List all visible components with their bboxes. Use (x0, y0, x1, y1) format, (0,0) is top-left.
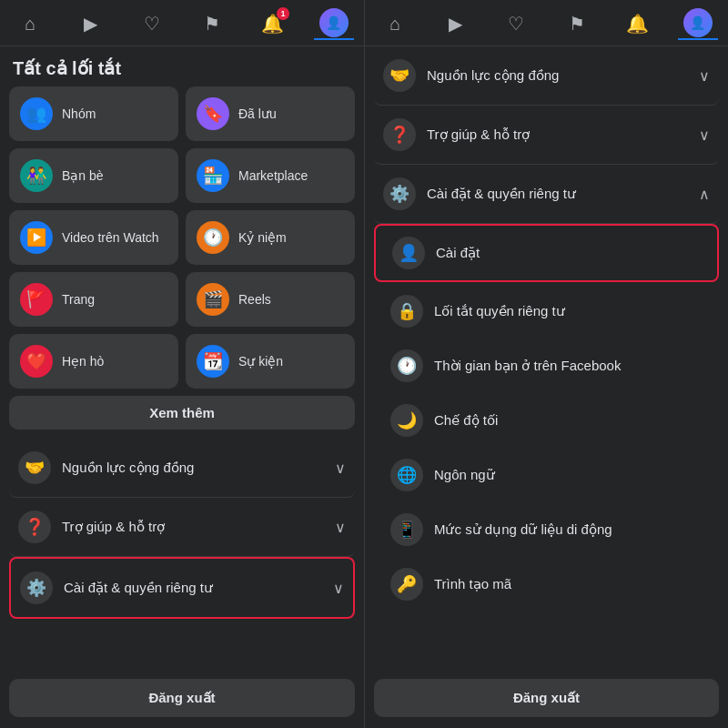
kyniem-icon: 🕐 (197, 221, 229, 254)
left-panel: ⌂ ▶ ♡ ⚑ 🔔 1 👤 Tất cả lối tắt 👥 Nhóm 🔖 Đã… (0, 0, 364, 728)
daluu-label: Đã lưu (238, 106, 277, 121)
hendo-label: Hẹn hò (62, 354, 104, 369)
shortcut-trang[interactable]: 🚩 Trang (9, 272, 178, 327)
right-menu-trogiup[interactable]: ❓ Trợ giúp & hỗ trợ ∨ (374, 106, 719, 165)
right-menu-nguonluc[interactable]: 🤝 Nguồn lực cộng đồng ∨ (374, 46, 719, 106)
menu-caidat[interactable]: ⚙️ Cài đặt & quyền riêng tư ∨ (9, 557, 355, 619)
right-trogiup-chevron: ∨ (699, 126, 710, 144)
shortcut-kyniem[interactable]: 🕐 Kỷ niệm (186, 210, 355, 265)
marketplace-label: Marketplace (238, 168, 308, 183)
nav-profile-left[interactable]: 👤 (314, 7, 354, 40)
right-menu-list: 🤝 Nguồn lực cộng đồng ∨ ❓ Trợ giúp & hỗ … (365, 46, 728, 672)
nav-home-left[interactable]: ⌂ (10, 7, 50, 40)
nav-home-right[interactable]: ⌂ (375, 7, 415, 40)
reels-label: Reels (238, 292, 271, 307)
nguonluc-icon: 🤝 (18, 451, 51, 484)
trogiup-icon: ❓ (18, 511, 51, 543)
shortcut-sukien[interactable]: 📆 Sự kiện (186, 334, 355, 389)
nav-flag-right[interactable]: ⚑ (557, 7, 597, 40)
sukien-label: Sự kiện (238, 354, 283, 369)
reels-icon: 🎬 (197, 283, 229, 316)
right-nguonluc-icon: 🤝 (383, 59, 416, 92)
right-trogiup-icon: ❓ (383, 118, 416, 151)
watch-icon: ▶️ (20, 221, 53, 254)
sub-mucsudung-text: Mức sử dụng dữ liệu di động (434, 521, 612, 538)
sub-caidat-icon: 👤 (392, 237, 425, 269)
caidat-icon: ⚙️ (20, 571, 53, 604)
sub-ngonngu[interactable]: 🌐 Ngôn ngữ (374, 448, 719, 502)
section-title-left: Tất cả lối tắt (0, 46, 364, 86)
nhom-label: Nhóm (62, 106, 96, 121)
nav-bell-right[interactable]: 🔔 (617, 7, 657, 40)
caidat-chevron: ∨ (333, 580, 344, 597)
nav-profile-right[interactable]: 👤 (678, 7, 718, 40)
notification-badge-left: 1 (277, 7, 289, 20)
menu-nguonluc[interactable]: 🤝 Nguồn lực cộng đồng ∨ (9, 439, 355, 498)
sub-ngonngu-text: Ngôn ngữ (434, 467, 495, 483)
marketplace-icon: 🏪 (197, 159, 229, 192)
sub-mucsudung[interactable]: 📱 Mức sử dụng dữ liệu di động (374, 502, 719, 557)
shortcuts-grid: 👥 Nhóm 🔖 Đã lưu 👫 Bạn bè 🏪 Marketplace ▶… (0, 86, 364, 396)
shortcut-banbe[interactable]: 👫 Bạn bè (9, 148, 178, 203)
avatar-right: 👤 (683, 8, 713, 37)
trang-label: Trang (62, 292, 95, 307)
right-nguonluc-chevron: ∨ (699, 67, 710, 85)
sub-thoigian-icon: 🕐 (390, 349, 423, 382)
watch-label: Video trên Watch (62, 230, 159, 245)
shortcut-reels[interactable]: 🎬 Reels (186, 272, 355, 327)
left-top-nav: ⌂ ▶ ♡ ⚑ 🔔 1 👤 (0, 0, 364, 46)
trogiup-chevron: ∨ (335, 519, 346, 536)
shortcut-marketplace[interactable]: 🏪 Marketplace (186, 148, 355, 203)
nav-flag-left[interactable]: ⚑ (192, 7, 232, 40)
right-caidat-text: Cài đặt & quyền riêng tư (427, 186, 576, 202)
right-caidat-icon: ⚙️ (383, 177, 416, 210)
sukien-icon: 📆 (197, 345, 229, 378)
sub-caidat-text: Cài đặt (436, 245, 480, 261)
right-trogiup-text: Trợ giúp & hỗ trợ (427, 126, 530, 143)
nav-bell-left[interactable]: 🔔 1 (253, 7, 293, 40)
sub-chedoba-text: Chế độ tối (434, 412, 498, 429)
sub-trinhtao-text: Trình tạo mã (434, 576, 511, 592)
see-more-button[interactable]: Xem thêm (9, 396, 355, 430)
hendo-icon: ❤️ (20, 345, 53, 378)
shortcut-hendo[interactable]: ❤️ Hẹn hò (9, 334, 178, 389)
banbe-label: Bạn bè (62, 168, 104, 183)
nav-watch-right[interactable]: ▶ (436, 7, 476, 40)
shortcut-daluu[interactable]: 🔖 Đã lưu (186, 86, 355, 141)
menu-trogiup[interactable]: ❓ Trợ giúp & hỗ trợ ∨ (9, 498, 355, 557)
left-logout-button[interactable]: Đăng xuất (9, 679, 355, 717)
trogiup-text: Trợ giúp & hỗ trợ (62, 519, 165, 535)
sub-ngonngu-icon: 🌐 (390, 459, 423, 491)
daluu-icon: 🔖 (197, 97, 229, 130)
nav-heart-left[interactable]: ♡ (132, 7, 172, 40)
shortcut-watch[interactable]: ▶️ Video trên Watch (9, 210, 178, 265)
nhom-icon: 👥 (20, 97, 53, 130)
nav-watch-left[interactable]: ▶ (71, 7, 111, 40)
sub-caidat[interactable]: 👤 Cài đặt (374, 224, 719, 282)
nguonluc-chevron: ∨ (335, 460, 346, 477)
right-caidat-chevron: ∧ (699, 186, 710, 203)
sub-loitat-icon: 🔒 (390, 295, 423, 328)
sub-loitat[interactable]: 🔒 Lối tắt quyền riêng tư (374, 284, 719, 339)
right-panel: ⌂ ▶ ♡ ⚑ 🔔 👤 🤝 Nguồn lực cộng đồng ∨ ❓ Tr… (364, 0, 728, 728)
right-logout-button[interactable]: Đăng xuất (374, 679, 719, 717)
right-menu-caidat[interactable]: ⚙️ Cài đặt & quyền riêng tư ∧ (374, 165, 719, 224)
right-nguonluc-text: Nguồn lực cộng đồng (427, 67, 559, 84)
right-top-nav: ⌂ ▶ ♡ ⚑ 🔔 👤 (365, 0, 728, 46)
kyniem-label: Kỷ niệm (238, 230, 287, 245)
shortcut-nhom[interactable]: 👥 Nhóm (9, 86, 178, 141)
sub-chedoba[interactable]: 🌙 Chế độ tối (374, 393, 719, 448)
nguonluc-text: Nguồn lực cộng đồng (62, 460, 194, 476)
sub-thoigian-text: Thời gian bạn ở trên Facebook (434, 358, 621, 374)
nav-heart-right[interactable]: ♡ (496, 7, 536, 40)
sub-trinhtao-icon: 🔑 (390, 568, 423, 601)
left-menu-list: 🤝 Nguồn lực cộng đồng ∨ ❓ Trợ giúp & hỗ … (0, 439, 364, 672)
sub-thoigian[interactable]: 🕐 Thời gian bạn ở trên Facebook (374, 339, 719, 393)
sub-mucsudung-icon: 📱 (390, 513, 423, 546)
trang-icon: 🚩 (20, 283, 53, 316)
sub-chedoba-icon: 🌙 (390, 404, 423, 437)
sub-loitat-text: Lối tắt quyền riêng tư (434, 303, 565, 319)
caidat-text: Cài đặt & quyền riêng tư (64, 580, 213, 596)
sub-trinhtao[interactable]: 🔑 Trình tạo mã (374, 557, 719, 612)
banbe-icon: 👫 (20, 159, 53, 192)
